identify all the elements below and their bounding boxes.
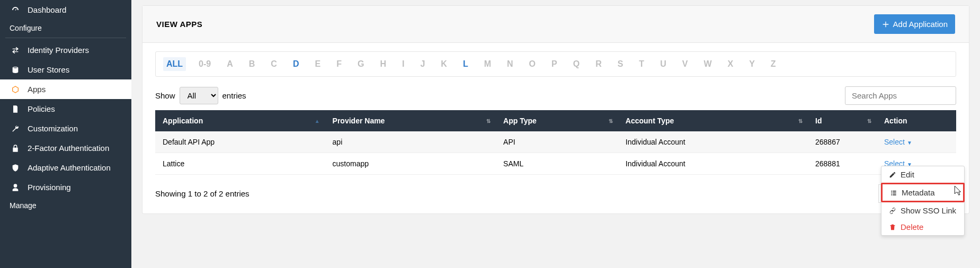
alpha-Y[interactable]: Y <box>746 57 758 71</box>
user-icon <box>10 183 21 192</box>
table-header: Application▲ Provider Name⇅ App Type⇅ Ac… <box>155 110 956 131</box>
alpha-H[interactable]: H <box>377 57 389 71</box>
alpha-G[interactable]: G <box>354 57 367 71</box>
dropdown-item-label: Show SSO Link <box>901 206 956 215</box>
sidebar-item-label: Adaptive Authentication <box>28 163 111 172</box>
sidebar-item-adaptive-auth[interactable]: Adaptive Authentication <box>0 158 131 177</box>
sidebar-item-2fa[interactable]: 2-Factor Authentication <box>0 138 131 158</box>
alpha-N[interactable]: N <box>504 57 516 71</box>
sidebar-item-label: Policies <box>28 104 55 113</box>
sidebar-divider <box>5 38 126 38</box>
dashboard-icon <box>10 6 21 14</box>
alpha-P[interactable]: P <box>548 57 560 71</box>
alpha-T[interactable]: T <box>636 57 647 71</box>
alpha-Q[interactable]: Q <box>570 57 583 71</box>
cell-application: Lattice <box>155 153 325 175</box>
sidebar-item-label: Identity Providers <box>28 46 89 55</box>
sidebar: Dashboard Configure Identity Providers U… <box>0 0 131 268</box>
cell-accounttype: Individual Account <box>618 153 808 175</box>
cell-apptype: API <box>496 131 618 153</box>
alpha-X[interactable]: X <box>724 57 736 71</box>
sidebar-item-label: Customization <box>28 124 78 133</box>
search-input[interactable] <box>845 86 956 105</box>
dropdown-item-label: Delete <box>901 222 923 231</box>
select-dropdown-trigger[interactable]: Select▼ <box>884 138 912 146</box>
action-dropdown: Edit Metadata Show SSO Link Delete <box>881 166 965 236</box>
sort-icon: ⇅ <box>867 118 871 124</box>
database-icon <box>10 66 21 74</box>
dropdown-edit[interactable]: Edit <box>881 166 964 183</box>
dropdown-item-label: Metadata <box>902 188 935 197</box>
cell-id: 268881 <box>808 153 877 175</box>
col-accounttype[interactable]: Account Type⇅ <box>618 110 808 131</box>
alpha-W[interactable]: W <box>700 57 715 71</box>
dropdown-show-sso[interactable]: Show SSO Link <box>881 202 964 219</box>
sidebar-item-provisioning[interactable]: Provisioning <box>0 177 131 197</box>
sidebar-item-identity-providers[interactable]: Identity Providers <box>0 40 131 60</box>
panel-header: VIEW APPS Add Application <box>142 6 969 43</box>
alpha-C[interactable]: C <box>268 57 280 71</box>
sidebar-section-label: Configure <box>10 24 42 32</box>
show-label-post: entries <box>222 91 246 100</box>
show-entries-select[interactable]: All <box>180 87 218 104</box>
cell-id: 268867 <box>808 131 877 153</box>
alpha-E[interactable]: E <box>311 57 324 71</box>
alpha-U[interactable]: U <box>657 57 670 71</box>
alpha-R[interactable]: R <box>592 57 605 71</box>
cell-accounttype: Individual Account <box>618 131 808 153</box>
page-title: VIEW APPS <box>156 20 202 29</box>
apps-table: Application▲ Provider Name⇅ App Type⇅ Ac… <box>155 110 956 175</box>
sidebar-item-label: 2-Factor Authentication <box>28 144 109 153</box>
plus-icon <box>881 20 890 29</box>
cell-action: Select▼ <box>877 131 956 153</box>
lock-icon <box>10 144 21 153</box>
sidebar-item-dashboard[interactable]: Dashboard <box>0 0 131 20</box>
table-footer: Showing 1 to 2 of 2 entries First Previo… <box>155 184 956 203</box>
alpha-J[interactable]: J <box>417 57 428 71</box>
sort-icon: ⇅ <box>609 118 613 124</box>
alpha-0-9[interactable]: 0-9 <box>195 57 214 71</box>
alpha-F[interactable]: F <box>333 57 345 71</box>
trash-icon <box>888 224 897 231</box>
sidebar-item-policies[interactable]: Policies <box>0 99 131 119</box>
dropdown-metadata[interactable]: Metadata <box>881 183 965 202</box>
alpha-filter: ALL 0-9ABCDEFGHIJKLMNOPQRSTUVWXYZ <box>155 51 956 77</box>
sidebar-section-configure: Configure <box>0 20 131 38</box>
sidebar-item-label: Provisioning <box>28 183 71 192</box>
alpha-I[interactable]: I <box>399 57 407 71</box>
alpha-all[interactable]: ALL <box>163 57 186 71</box>
col-apptype[interactable]: App Type⇅ <box>496 110 618 131</box>
panel-body: ALL 0-9ABCDEFGHIJKLMNOPQRSTUVWXYZ Show A… <box>142 43 969 213</box>
dropdown-delete[interactable]: Delete <box>881 219 964 235</box>
document-icon <box>10 105 21 113</box>
show-entries-group: Show All entries <box>155 87 246 104</box>
alpha-S[interactable]: S <box>614 57 627 71</box>
swap-icon <box>10 46 21 55</box>
alpha-A[interactable]: A <box>224 57 236 71</box>
col-action: Action <box>877 110 956 131</box>
sidebar-item-user-stores[interactable]: User Stores <box>0 60 131 79</box>
cell-provider: api <box>325 131 496 153</box>
cell-apptype: SAML <box>496 153 618 175</box>
cell-provider: customapp <box>325 153 496 175</box>
alpha-V[interactable]: V <box>679 57 691 71</box>
col-application[interactable]: Application▲ <box>155 110 325 131</box>
table-controls: Show All entries <box>155 86 956 105</box>
sidebar-item-customization[interactable]: Customization <box>0 119 131 138</box>
main-content: VIEW APPS Add Application ALL 0-9ABCDEFG… <box>131 0 980 268</box>
cell-application: Default API App <box>155 131 325 153</box>
alpha-Z[interactable]: Z <box>768 57 779 71</box>
alpha-D[interactable]: D <box>290 57 302 71</box>
alpha-M[interactable]: M <box>481 57 494 71</box>
alpha-O[interactable]: O <box>526 57 539 71</box>
col-id[interactable]: Id⇅ <box>808 110 877 131</box>
alpha-K[interactable]: K <box>438 57 450 71</box>
sidebar-section-label: Manage <box>10 201 37 210</box>
alpha-L[interactable]: L <box>460 57 471 71</box>
add-application-button[interactable]: Add Application <box>874 14 955 34</box>
alpha-B[interactable]: B <box>246 57 259 71</box>
sidebar-item-apps[interactable]: Apps <box>0 79 131 99</box>
table-body: Default API App api API Individual Accou… <box>155 131 956 175</box>
col-provider[interactable]: Provider Name⇅ <box>325 110 496 131</box>
sidebar-section-manage: Manage <box>0 197 131 215</box>
